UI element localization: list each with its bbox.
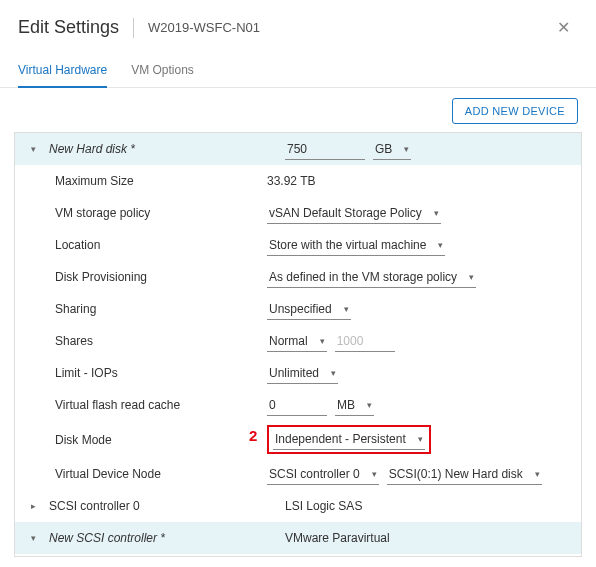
row-max-size: Maximum Size 33.92 TB xyxy=(15,165,581,197)
toolbar: ADD NEW DEVICE xyxy=(0,88,596,132)
storage-policy-select[interactable]: vSAN Default Storage Policy ▾ xyxy=(267,203,441,224)
select-value: As defined in the VM storage policy xyxy=(269,270,457,284)
row-shares: Shares Normal ▾ xyxy=(15,325,581,357)
row-flash-cache: Virtual flash read cache MB ▾ xyxy=(15,389,581,421)
chevron-down-icon: ▾ xyxy=(469,272,474,282)
edit-settings-dialog: Edit Settings W2019-WSFC-N01 ✕ Virtual H… xyxy=(0,0,596,567)
select-value: vSAN Default Storage Policy xyxy=(269,206,422,220)
dialog-subtitle: W2019-WSFC-N01 xyxy=(148,20,260,35)
row-value: 33.92 TB xyxy=(267,174,315,188)
header-separator xyxy=(133,18,134,38)
tab-bar: Virtual Hardware VM Options xyxy=(0,55,596,88)
row-label: Disk Mode xyxy=(31,433,267,447)
row-virtual-device-node: Virtual Device Node SCSI controller 0 ▾ … xyxy=(15,458,581,490)
disk-size-input[interactable] xyxy=(285,139,365,160)
select-value: MB xyxy=(337,398,355,412)
section-new-hard-disk[interactable]: ▾ New Hard disk * GB ▾ xyxy=(15,133,581,165)
select-value: GB xyxy=(375,142,392,156)
disk-size-unit-select[interactable]: GB ▾ xyxy=(373,139,411,160)
row-storage-policy: VM storage policy vSAN Default Storage P… xyxy=(15,197,581,229)
row-value: LSI Logic SAS xyxy=(285,499,362,513)
tab-virtual-hardware[interactable]: Virtual Hardware xyxy=(18,55,107,87)
chevron-down-icon: ▾ xyxy=(31,533,43,543)
shares-select[interactable]: Normal ▾ xyxy=(267,331,327,352)
chevron-down-icon: ▾ xyxy=(367,400,372,410)
select-value: SCSI controller 0 xyxy=(269,467,360,481)
row-location: Location Store with the virtual machine … xyxy=(15,229,581,261)
chevron-down-icon: ▾ xyxy=(438,240,443,250)
flash-cache-unit-select[interactable]: MB ▾ xyxy=(335,395,374,416)
row-label: Location xyxy=(31,238,267,252)
row-label: Virtual Device Node xyxy=(31,467,267,481)
chevron-right-icon: ▸ xyxy=(31,501,43,511)
select-value: Unspecified xyxy=(269,302,332,316)
row-label: Shares xyxy=(31,334,267,348)
row-label: Maximum Size xyxy=(31,174,267,188)
row-limit-iops: Limit - IOPs Unlimited ▾ xyxy=(15,357,581,389)
chevron-down-icon: ▾ xyxy=(331,368,336,378)
row-change-type: Change Type 1 VMware Paravirtual ▾ xyxy=(15,554,581,557)
select-value: Unlimited xyxy=(269,366,319,380)
chevron-down-icon: ▾ xyxy=(404,144,409,154)
disk-mode-select[interactable]: Independent - Persistent ▾ xyxy=(273,429,425,450)
section-new-scsi-controller[interactable]: ▾ New SCSI controller * VMware Paravirtu… xyxy=(15,522,581,554)
chevron-down-icon: ▾ xyxy=(434,208,439,218)
flash-cache-input[interactable] xyxy=(267,395,327,416)
chevron-down-icon: ▾ xyxy=(418,434,423,444)
chevron-down-icon: ▾ xyxy=(320,336,325,346)
chevron-down-icon: ▾ xyxy=(372,469,377,479)
row-label: Virtual flash read cache xyxy=(31,398,267,412)
row-label: Disk Provisioning xyxy=(31,270,267,284)
location-select[interactable]: Store with the virtual machine ▾ xyxy=(267,235,445,256)
row-value: VMware Paravirtual xyxy=(285,531,390,545)
row-sharing: Sharing Unspecified ▾ xyxy=(15,293,581,325)
select-value: Store with the virtual machine xyxy=(269,238,426,252)
callout-two: 2 xyxy=(249,427,257,444)
vdn-slot-select[interactable]: SCSI(0:1) New Hard disk ▾ xyxy=(387,464,542,485)
dialog-title: Edit Settings xyxy=(18,17,119,38)
select-value: Independent - Persistent xyxy=(275,432,406,446)
section-label: New SCSI controller * xyxy=(49,531,285,545)
vdn-controller-select[interactable]: SCSI controller 0 ▾ xyxy=(267,464,379,485)
row-label: VM storage policy xyxy=(31,206,267,220)
chevron-down-icon: ▾ xyxy=(31,144,43,154)
row-label: Sharing xyxy=(31,302,267,316)
tab-vm-options[interactable]: VM Options xyxy=(131,55,194,87)
row-label: SCSI controller 0 xyxy=(49,499,285,513)
section-label: New Hard disk * xyxy=(49,142,285,156)
row-scsi-controller-0[interactable]: ▸ SCSI controller 0 LSI Logic SAS xyxy=(15,490,581,522)
chevron-down-icon: ▾ xyxy=(535,469,540,479)
settings-list[interactable]: ▾ New Hard disk * GB ▾ Maximum Size 33.9… xyxy=(14,132,582,557)
chevron-down-icon: ▾ xyxy=(344,304,349,314)
dialog-header: Edit Settings W2019-WSFC-N01 ✕ xyxy=(0,0,596,49)
sharing-select[interactable]: Unspecified ▾ xyxy=(267,299,351,320)
shares-value-input[interactable] xyxy=(335,331,395,352)
select-value: SCSI(0:1) New Hard disk xyxy=(389,467,523,481)
select-value: Normal xyxy=(269,334,308,348)
add-new-device-button[interactable]: ADD NEW DEVICE xyxy=(452,98,578,124)
disk-provisioning-select[interactable]: As defined in the VM storage policy ▾ xyxy=(267,267,476,288)
row-label: Limit - IOPs xyxy=(31,366,267,380)
row-disk-provisioning: Disk Provisioning As defined in the VM s… xyxy=(15,261,581,293)
row-disk-mode: Disk Mode 2 Independent - Persistent ▾ xyxy=(15,421,581,458)
close-icon[interactable]: ✕ xyxy=(549,14,578,41)
iops-select[interactable]: Unlimited ▾ xyxy=(267,363,338,384)
callout-box-disk-mode: Independent - Persistent ▾ xyxy=(267,425,431,454)
